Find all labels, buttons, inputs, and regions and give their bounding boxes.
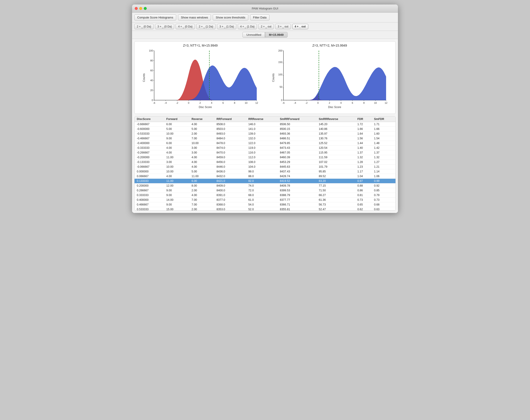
cell-0-2: 4.00 [189,122,214,127]
tab-t1[interactable]: 2 + _ {0 Da} [134,24,154,29]
cell-7-8: 1.32 [372,155,396,160]
svg-text:150: 150 [278,61,282,63]
svg-text:100: 100 [278,73,282,76]
table-row[interactable]: 0.40000014.007.008377.061.08377.7761.360… [134,198,396,202]
cell-1-7: 1.66 [355,127,372,131]
close-button[interactable] [135,7,138,10]
tab-t7[interactable]: 2 + _ out [258,24,274,29]
cell-7-4: 112.0 [246,155,278,160]
table-row[interactable]: 0.2666679.002.008400.072.08399.5371.500.… [134,188,396,193]
table-row[interactable]: -0.6666676.004.008508.0146.08506.50145.2… [134,122,396,127]
cell-8-7: 1.28 [355,160,372,165]
cell-6-3: 8470.0 [214,150,246,155]
table-row[interactable]: 0.4666679.007.008368.054.08366.7156.730.… [134,202,396,207]
cell-8-1: 3.00 [164,160,189,165]
score-thresholds-button[interactable]: Show score thresholds [213,14,248,20]
table-row[interactable]: -0.2666674.003.008470.0116.08467.05115.9… [134,150,396,155]
cell-10-7: 1.17 [355,169,372,174]
main-content: Z=3, NTT=1, M+15.9949 0 20 40 [132,39,398,213]
subtab-mod[interactable]: M+15.9949 [265,32,287,38]
table-row[interactable]: -0.1333333.004.008456.0108.08453.29107.0… [134,160,396,165]
cell-2-6: 135.97 [316,131,355,136]
svg-text:8: 8 [234,101,235,104]
cell-0-1: 6.00 [164,122,189,127]
table-row[interactable]: -0.6000005.005.008503.0141.08500.15140.8… [134,127,396,131]
table-row[interactable]: -0.4666679.007.008484.0132.08486.51130.7… [134,136,396,141]
cell-15-3: 8391.0 [214,193,246,198]
table-row[interactable]: 0.00000010.005.008436.099.08437.4395.851… [134,169,396,174]
table-row[interactable]: 0.53333315.002.008353.052.08355.8152.470… [134,207,396,211]
cell-2-0: -0.533333 [134,131,164,136]
cell-16-4: 61.0 [246,198,278,202]
table-row[interactable]: 0.13333311.006.008421.082.08419.5283.200… [134,179,396,183]
cell-7-6: 111.59 [316,155,355,160]
col-header-rrreverse: RRReverse [246,116,278,122]
cell-8-2: 4.00 [189,160,214,165]
cell-3-3: 8484.0 [214,136,246,141]
cell-11-5: 8428.74 [278,174,317,179]
cell-11-3: 8432.0 [214,174,246,179]
tab-t8[interactable]: 3 + _ out [275,24,291,29]
subtab-unmod[interactable]: Unmodified [242,32,265,38]
table-row[interactable]: 0.3333339.004.008391.068.08388.7966.270.… [134,193,396,198]
cell-16-3: 8377.0 [214,198,246,202]
cell-15-8: 0.79 [372,193,396,198]
cell-14-1: 9.00 [164,188,189,193]
table-row[interactable]: -0.06666710.004.008446.0104.08445.63101.… [134,165,396,169]
tab-t4[interactable]: 2 + _ {1 Da} [196,24,216,29]
tab-t3[interactable]: 4 + _ {0 Da} [176,24,195,29]
maximize-button[interactable] [144,7,147,10]
svg-text:-6: -6 [282,101,285,104]
cell-14-5: 8399.53 [278,188,317,193]
tab-t2[interactable]: 3 + _ {0 Da} [155,24,175,29]
compute-button[interactable]: Compute Score Histograms [134,14,176,20]
col-header-forward: Forward [164,116,189,122]
tab-t5[interactable]: 3 + _ {1 Da} [217,24,236,29]
cell-12-3: 8421.0 [214,179,246,183]
subtabs-row: UnmodifiedM+15.9949 [132,31,398,39]
table-row[interactable]: 0.20000012.008.008409.074.08409.7877.150… [134,183,396,188]
chart1-svg: 0 20 40 60 80 100 Counts [137,48,264,112]
mass-windows-button[interactable]: Show mass windows [178,14,211,20]
table-row[interactable]: -0.4000006.0010.008478.0122.08479.85125.… [134,141,396,146]
cell-13-0: 0.200000 [134,183,164,188]
table-row[interactable]: -0.20000011.004.008459.0112.08460.39111.… [134,155,396,160]
cell-1-5: 8500.15 [278,127,317,131]
cell-11-2: 11.00 [189,174,214,179]
cell-15-1: 9.00 [164,193,189,198]
cell-16-8: 0.73 [372,198,396,202]
minimize-button[interactable] [139,7,142,10]
table-row[interactable]: -0.3333334.003.008474.0119.08473.43120.5… [134,146,396,150]
cell-2-8: 1.60 [372,131,396,136]
cell-10-3: 8436.0 [214,169,246,174]
cell-5-4: 119.0 [246,146,278,150]
tab-t6[interactable]: 4 + _ {1 Da} [238,24,257,29]
cell-10-2: 5.00 [189,169,214,174]
cell-8-6: 107.02 [316,160,355,165]
cell-15-6: 66.27 [316,193,355,198]
cell-18-0: 0.533333 [134,207,164,211]
cell-12-0: 0.133333 [134,179,164,183]
cell-2-7: 1.64 [355,131,372,136]
data-table: DiscScoreForwardReverseRRForwardRRRevers… [134,116,396,211]
table-row[interactable]: -0.53333310.002.008493.0139.08493.36135.… [134,131,396,136]
svg-text:-4: -4 [294,101,296,104]
titlebar: PAW Histogram GUI [132,4,398,13]
cell-9-1: 10.00 [164,165,189,169]
cell-0-4: 146.0 [246,122,278,127]
svg-text:20: 20 [150,89,153,92]
cell-5-3: 8474.0 [214,146,246,150]
cell-8-8: 1.27 [372,160,396,165]
svg-text:-2: -2 [305,101,308,104]
cell-0-3: 8508.0 [214,122,246,127]
cell-4-2: 10.00 [189,141,214,146]
filter-data-button[interactable]: Filter Data [250,14,269,20]
svg-text:10: 10 [374,101,377,104]
svg-text:60: 60 [150,69,153,72]
cell-2-1: 10.00 [164,131,189,136]
table-row[interactable]: 0.0666674.0011.008432.088.08428.7489.521… [134,174,396,179]
cell-9-0: -0.066667 [134,165,164,169]
cell-7-5: 8460.39 [278,155,317,160]
tab-t9[interactable]: 4 + _ out [292,24,308,29]
svg-text:100: 100 [149,49,153,52]
